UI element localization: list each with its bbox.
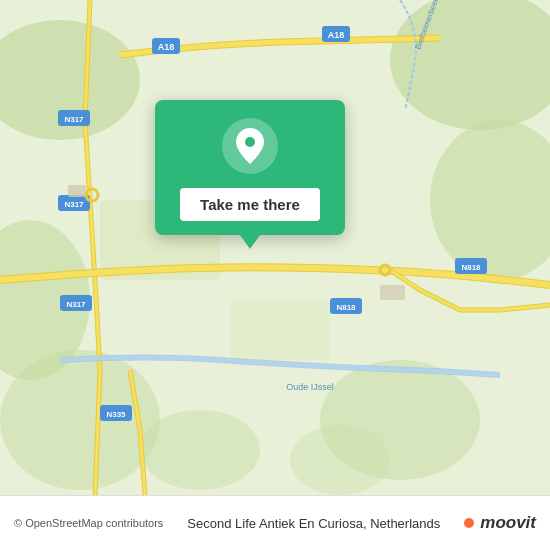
svg-point-8: [290, 425, 390, 495]
take-me-there-button[interactable]: Take me there: [180, 188, 320, 221]
svg-point-7: [140, 410, 260, 490]
svg-rect-10: [230, 300, 330, 360]
place-title: Second Life Antiek En Curiosa, Netherlan…: [163, 516, 464, 531]
river-label: Oude IJssel: [286, 382, 334, 392]
road-label-n317-low: N317: [66, 300, 86, 309]
location-pin-icon: [236, 128, 264, 164]
svg-rect-19: [68, 185, 86, 197]
moovit-logo: moovit: [464, 513, 536, 533]
popup-icon-circle: [222, 118, 278, 174]
moovit-dot: [464, 518, 474, 528]
svg-point-23: [245, 137, 255, 147]
road-label-n335: N335: [106, 410, 126, 419]
road-label-n317-mid: N317: [64, 200, 84, 209]
road-label-n317-top: N317: [64, 115, 84, 124]
footer-bar: © OpenStreetMap contributors Second Life…: [0, 495, 550, 550]
map-container: A18 A18 N317 N317 N317 N818 N818 N335: [0, 0, 550, 495]
road-label-a18-left: A18: [158, 42, 175, 52]
location-popup: Take me there: [155, 100, 345, 235]
road-label-n818-lower: N818: [336, 303, 356, 312]
copyright-text: © OpenStreetMap contributors: [14, 517, 163, 529]
road-label-n818-right: N818: [461, 263, 481, 272]
map-svg: A18 A18 N317 N317 N317 N818 N818 N335: [0, 0, 550, 495]
svg-rect-20: [380, 285, 405, 300]
road-label-a18-right: A18: [328, 30, 345, 40]
moovit-wordmark: moovit: [480, 513, 536, 533]
